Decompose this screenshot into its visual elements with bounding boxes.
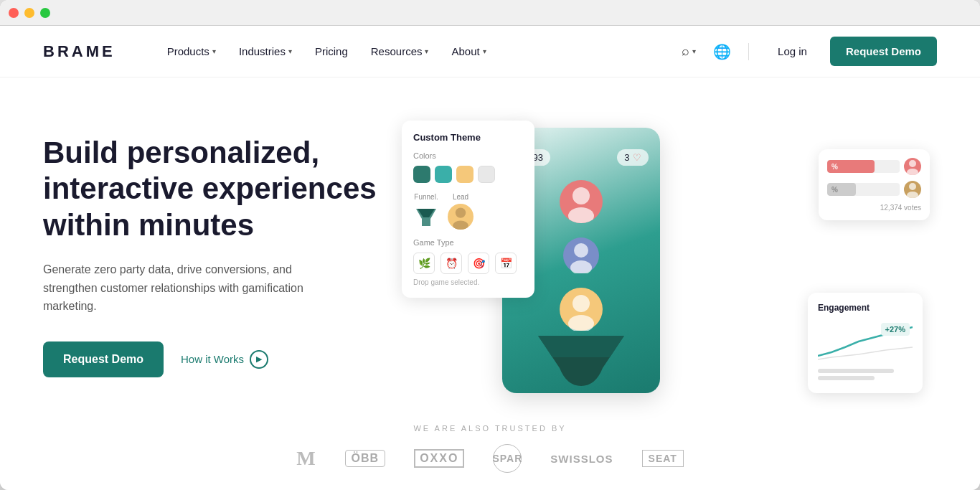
funnel-bowl — [524, 329, 639, 393]
globe-icon[interactable]: 🌐 — [713, 43, 731, 60]
logo-seat: SEAT — [642, 450, 684, 467]
trusted-label: WE ARE ALSO TRUSTED BY — [413, 424, 566, 433]
percent-badge: +27% — [881, 323, 910, 336]
swatch-teal-dark[interactable] — [413, 166, 430, 183]
nav-divider — [748, 43, 749, 60]
poll-card: % % — [819, 149, 930, 220]
svg-point-3 — [453, 220, 468, 230]
logo-obb: ÖBB — [345, 450, 386, 467]
chart-area: +27% — [818, 320, 913, 363]
logo[interactable]: BRAME — [43, 42, 116, 61]
drop-game-text: Drop game selected. — [413, 278, 523, 286]
lead-label: Lead — [453, 193, 468, 201]
chevron-down-icon: ▾ — [692, 47, 696, 55]
heart-icon: ♡ — [633, 152, 641, 163]
game-icon-clock[interactable]: ⏰ — [440, 253, 462, 274]
avatar-top — [560, 180, 603, 223]
funnel-label: Funnel. — [414, 193, 438, 201]
hero-main: Build personalized, interactive experien… — [0, 77, 980, 413]
game-icon-calendar[interactable]: 📅 — [495, 253, 517, 274]
close-btn[interactable] — [9, 8, 19, 18]
funnel-item: Funnel. — [413, 193, 439, 230]
hero-request-demo-button[interactable]: Request Demo — [43, 341, 164, 377]
hero-illustration: Custom Theme Colors Funnel. — [387, 121, 937, 407]
svg-point-10 — [909, 160, 916, 167]
play-icon: ▶ — [250, 350, 268, 369]
funnel-icon — [413, 204, 439, 230]
hero-section: Build personalized, interactive experien… — [0, 77, 980, 490]
mac-window: BRAME Products ▾ Industries ▾ Pricing Re… — [0, 0, 980, 490]
engagement-title: Engagement — [818, 303, 913, 313]
poll-bar-fill-2: % — [827, 183, 856, 196]
color-swatches — [413, 166, 523, 183]
navbar: BRAME Products ▾ Industries ▾ Pricing Re… — [0, 26, 980, 77]
hero-heading: Build personalized, interactive experien… — [43, 135, 387, 243]
login-button[interactable]: Log in — [766, 39, 819, 63]
svg-point-6 — [574, 243, 588, 258]
game-type-icons: 🌿 ⏰ 🎯 📅 — [413, 253, 523, 274]
chevron-down-icon: ▾ — [425, 47, 428, 55]
like-count-right: 3 — [624, 152, 629, 163]
nav-item-products[interactable]: Products ▾ — [159, 39, 225, 63]
engagement-card: Engagement +27% — [808, 293, 923, 393]
chevron-down-icon: ▾ — [483, 47, 486, 55]
how-it-works-label: How it Works — [181, 353, 244, 365]
svg-point-2 — [456, 207, 466, 217]
funnel-lead-row: Funnel. Lead — [413, 193, 523, 230]
svg-point-12 — [909, 183, 916, 190]
svg-point-5 — [568, 207, 594, 223]
logo-spar: SPAR — [493, 444, 522, 473]
poll-avatar-2 — [904, 181, 921, 198]
nav-item-resources[interactable]: Resources ▾ — [362, 39, 438, 63]
chevron-down-icon: ▾ — [288, 47, 292, 55]
chart-bar-2 — [818, 376, 875, 380]
panel-title: Custom Theme — [413, 132, 523, 143]
poll-row-1: % — [827, 158, 921, 175]
svg-point-11 — [907, 169, 918, 175]
game-icon-plant[interactable]: 🌿 — [413, 253, 435, 274]
lead-avatar — [448, 204, 473, 230]
minimize-btn[interactable] — [24, 8, 34, 18]
nav-actions: ⌕ ▾ 🌐 Log in Request Demo — [682, 37, 937, 66]
swatch-teal[interactable] — [435, 166, 452, 183]
nav-item-about[interactable]: About ▾ — [443, 39, 494, 63]
trusted-section: WE ARE ALSO TRUSTED BY M ÖBB OXXO SPAR S… — [0, 413, 980, 490]
poll-avatar-1 — [904, 158, 921, 175]
maximize-btn[interactable] — [40, 8, 50, 18]
svg-point-8 — [573, 295, 590, 312]
avatar-middle — [563, 237, 599, 273]
poll-bar-2: % — [827, 183, 900, 196]
logo-oxxo: OXXO — [414, 449, 464, 468]
poll-bar-1: % — [827, 160, 900, 173]
logo-swisslos: SWISSLOS — [550, 453, 613, 465]
page-content: BRAME Products ▾ Industries ▾ Pricing Re… — [0, 26, 980, 490]
colors-label: Colors — [413, 151, 523, 160]
request-demo-button[interactable]: Request Demo — [830, 37, 937, 66]
nav-item-pricing[interactable]: Pricing — [306, 39, 357, 63]
search-button[interactable]: ⌕ ▾ — [682, 44, 696, 59]
lead-item: Lead — [448, 193, 473, 230]
like-badge-right: 3 ♡ — [617, 149, 648, 166]
nav-links: Products ▾ Industries ▾ Pricing Resource… — [159, 39, 682, 63]
poll-row-2: % — [827, 181, 921, 198]
chart-bar-1 — [818, 369, 894, 373]
nav-item-industries[interactable]: Industries ▾ — [230, 39, 301, 63]
avatar-bottom — [560, 288, 603, 331]
chevron-down-icon: ▾ — [212, 47, 216, 55]
custom-theme-panel: Custom Theme Colors Funnel. — [402, 121, 534, 298]
hero-subtext: Generate zero party data, drive conversi… — [43, 260, 344, 316]
swatch-yellow[interactable] — [456, 166, 473, 183]
logo-mcdonalds: M — [296, 447, 316, 470]
svg-point-13 — [907, 192, 918, 198]
hero-text: Build personalized, interactive experien… — [43, 121, 387, 377]
game-icon-target[interactable]: 🎯 — [468, 253, 489, 274]
svg-point-7 — [570, 260, 592, 273]
swatch-light[interactable] — [478, 166, 495, 183]
poll-bar-fill-1: % — [827, 160, 875, 173]
how-it-works-link[interactable]: How it Works ▶ — [181, 350, 268, 369]
poll-votes: 12,374 votes — [827, 204, 921, 212]
svg-point-4 — [573, 187, 590, 204]
trusted-logos: M ÖBB OXXO SPAR SWISSLOS SEAT — [296, 444, 684, 473]
search-icon: ⌕ — [682, 44, 689, 59]
game-type-label: Game Type — [413, 238, 523, 247]
